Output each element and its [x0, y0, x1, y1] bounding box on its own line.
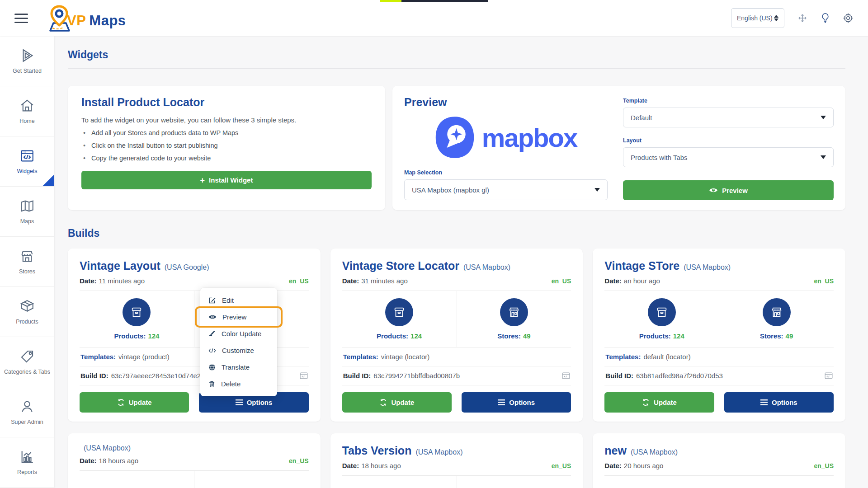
embed-code-icon[interactable] [300, 372, 308, 379]
caret-down-icon [594, 188, 600, 192]
mapbox-logo: mapbox [404, 109, 608, 169]
products-stat-cell: Products: [80, 471, 194, 488]
install-product-locator-card: Install Product Locator To add the widge… [68, 86, 385, 210]
products-circle [385, 298, 413, 326]
menu-item-color-update[interactable]: Color Update [200, 325, 277, 342]
build-title: Vintage Layout [80, 259, 160, 272]
update-button[interactable]: Update [604, 392, 714, 413]
storefront-icon [507, 305, 521, 319]
date-label: Date: [342, 462, 359, 469]
install-widget-button-label: Install Widget [209, 176, 253, 184]
menu-item-customize[interactable]: Customize [200, 342, 277, 359]
templates-label: Templates: [343, 353, 378, 361]
sidebar-item-label: Super Admin [11, 419, 43, 425]
product-box-icon [130, 305, 143, 319]
date-value: an hour ago [624, 277, 660, 285]
embed-code-icon[interactable] [562, 372, 570, 379]
sidebar-item-widgets[interactable]: Widgets [0, 136, 54, 187]
idea-bulb-icon[interactable] [821, 13, 830, 23]
layout-label: Layout [623, 137, 834, 144]
menu-bars-icon [498, 399, 505, 405]
install-card-intro: To add the widget on your website, you c… [81, 116, 372, 124]
trash-icon [208, 380, 215, 388]
build-card: (USA Mapbox) Date:18 hours ago en_US Pro… [68, 433, 321, 488]
builds-section-title: Builds [68, 227, 845, 239]
build-id-label: Build ID: [605, 372, 633, 380]
date-label: Date: [604, 277, 622, 285]
sidebar-item-reports[interactable]: Reports [0, 437, 54, 488]
layout-value: Products with Tabs [631, 154, 688, 161]
sidebar-item-label: Reports [17, 469, 37, 475]
build-map-type: (USA Mapbox) [415, 448, 462, 456]
build-id-label: Build ID: [80, 372, 108, 380]
build-map-type: (USA Google) [165, 263, 209, 272]
menu-item-edit[interactable]: Edit [200, 292, 277, 309]
sidebar-item-maps[interactable]: Maps [0, 187, 54, 237]
eye-icon [208, 314, 217, 320]
sidebar-item-categories-tabs[interactable]: Categories & Tabs [0, 337, 54, 387]
update-button[interactable]: Update [342, 392, 452, 413]
sidebar-item-products[interactable]: Products [0, 287, 54, 337]
install-widget-button[interactable]: + Install Widget [81, 171, 372, 189]
menu-item-label: Delete [221, 380, 241, 388]
install-steps-list: Add all your Stores and products data to… [81, 129, 372, 162]
build-map-type: (USA Mapbox) [684, 263, 731, 272]
template-select[interactable]: Default [623, 108, 834, 127]
products-count: 124 [673, 332, 684, 340]
logo-text-wp: VP [67, 13, 86, 28]
map-selection-select[interactable]: USA Mapbox (mapbox gl) [404, 179, 608, 200]
update-button[interactable]: Update [80, 392, 189, 413]
products-label: Products: [377, 332, 408, 340]
build-map-type: (USA Mapbox) [463, 263, 510, 272]
hamburger-menu-icon[interactable] [14, 14, 28, 23]
open-box-icon [19, 299, 35, 314]
sidebar-item-label: Widgets [17, 168, 37, 174]
templates-value: vintage (locator) [381, 353, 430, 361]
sidebar-item-stores[interactable]: Stores [0, 237, 54, 287]
menu-item-label: Color Update [222, 330, 261, 338]
select-updown-icon [774, 15, 778, 21]
product-box-icon [655, 305, 669, 319]
language-select[interactable]: English (US) [731, 8, 784, 28]
storefront-icon [770, 305, 783, 319]
embed-code-icon[interactable] [825, 372, 833, 379]
menu-item-label: Preview [222, 313, 246, 321]
date-value: 18 hours ago [99, 457, 139, 465]
sidebar-item-home[interactable]: Home [0, 86, 54, 136]
templates-value: default (locator) [643, 353, 690, 361]
layout-select[interactable]: Products with Tabs [623, 147, 834, 167]
options-button-label: Options [247, 399, 273, 406]
preview-button[interactable]: Preview [623, 180, 834, 200]
eye-icon [709, 187, 718, 193]
products-stat-cell: Products: [342, 476, 457, 488]
sidebar-item-label: Home [19, 118, 34, 124]
menu-item-preview[interactable]: Preview [200, 309, 277, 325]
options-button[interactable]: Options [724, 392, 834, 413]
date-label: Date: [80, 457, 97, 465]
sidebar-item-get-started[interactable]: Get Started [0, 36, 54, 86]
install-step: Click on the Install button to start pub… [81, 142, 372, 149]
preview-button-label: Preview [722, 187, 748, 194]
top-header: VPMaps English (US) [0, 0, 868, 36]
store-icon [19, 249, 35, 264]
build-title: Vintage STore [604, 259, 679, 272]
stores-stat-cell: Stores: [194, 471, 309, 488]
build-card: Vintage STore (USA Mapbox) Date:an hour … [593, 249, 845, 422]
sidebar-item-super-admin[interactable]: Super Admin [0, 387, 54, 437]
menu-bars-icon [760, 399, 768, 405]
menu-bars-icon [236, 399, 243, 405]
stores-stat-cell: Stores: [457, 476, 571, 488]
locale-badge: en_US [289, 277, 309, 285]
move-resize-icon[interactable] [797, 13, 808, 23]
stores-count: 49 [523, 332, 531, 340]
date-label: Date: [80, 277, 97, 285]
build-card: Vintage Layout (USA Google) Date:11 minu… [68, 249, 321, 422]
options-button[interactable]: Options [462, 392, 571, 413]
menu-item-translate[interactable]: Translate [200, 359, 277, 375]
mapbox-wordmark: mapbox [482, 122, 577, 153]
menu-item-delete[interactable]: Delete [200, 375, 277, 392]
widget-code-icon [19, 148, 35, 164]
map-selection-label: Map Selection [404, 169, 608, 176]
settings-gear-icon[interactable] [843, 13, 854, 23]
products-label: Products: [114, 332, 146, 340]
